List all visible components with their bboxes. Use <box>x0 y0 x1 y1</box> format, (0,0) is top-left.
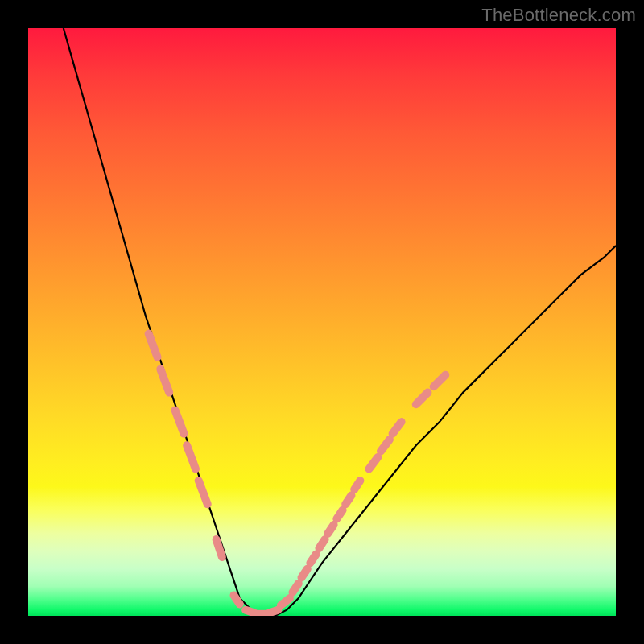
dash-segment <box>149 334 158 357</box>
dash-segment <box>293 584 299 592</box>
dash-segment <box>217 539 222 557</box>
dash-segment <box>434 375 446 387</box>
dash-segment <box>416 393 428 405</box>
chart-svg <box>28 28 616 616</box>
chart-frame: TheBottleneck.com <box>0 0 644 644</box>
dash-segment <box>328 525 333 534</box>
dash-segment <box>269 610 278 613</box>
dash-segment <box>281 598 290 605</box>
dash-segment <box>345 495 351 504</box>
dash-segment <box>319 539 324 548</box>
dash-segment <box>175 411 184 434</box>
dash-segment <box>381 440 390 452</box>
salmon-dashes <box>149 334 446 614</box>
dash-segment <box>160 369 169 392</box>
watermark-text: TheBottleneck.com <box>481 5 636 26</box>
bottleneck-curve <box>64 28 616 616</box>
dash-segment <box>310 554 316 563</box>
plot-area <box>28 28 616 616</box>
dash-segment <box>369 457 378 469</box>
dash-segment <box>336 510 342 519</box>
dash-segment <box>187 445 196 469</box>
dash-segment <box>199 481 208 504</box>
dash-segment <box>354 481 360 489</box>
dash-segment <box>393 422 402 434</box>
dash-segment <box>234 596 240 605</box>
dash-segment <box>246 610 254 613</box>
curve-line <box>64 28 616 616</box>
dash-segment <box>302 569 308 578</box>
